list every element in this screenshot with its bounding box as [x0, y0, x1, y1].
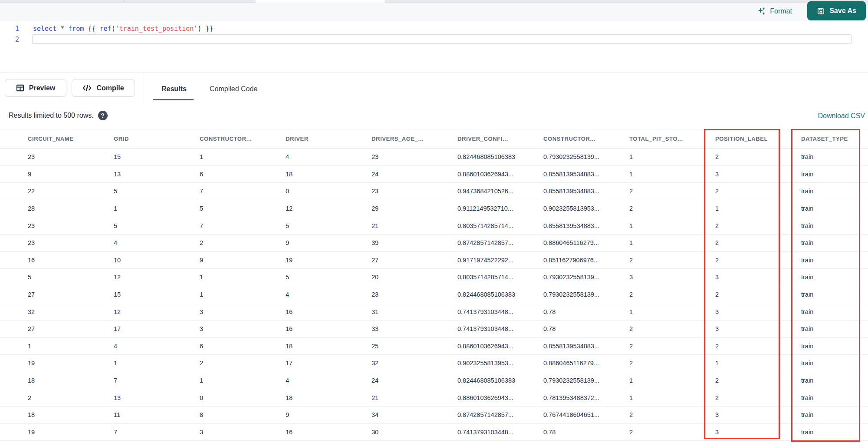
table-cell: 15 [114, 291, 200, 298]
table-cell: 24 [372, 171, 457, 178]
results-limit-text: Results limited to 500 rows. [9, 112, 94, 119]
table-cell: 0.7930232558139... [543, 291, 629, 298]
ide-page: Format Save As 1 select * from {{ ref('t… [0, 0, 868, 443]
column-header[interactable]: POSITION_LABEL [715, 136, 801, 142]
table-cell: 2 [715, 343, 801, 350]
sql-code[interactable]: select * from {{ ref('train_test_positio… [33, 23, 213, 34]
table-row: 191217320.9023255813953...0.886046511627… [0, 355, 868, 372]
results-limit-info: Results limited to 500 rows. ? [9, 111, 108, 120]
table-cell: 3 [200, 429, 286, 436]
column-header[interactable]: TOTAL_PIT_STO... [629, 136, 715, 142]
table-cell: 0.78 [543, 429, 629, 436]
column-header[interactable]: DRIVER_CONFI... [457, 136, 543, 142]
table-cell: 5 [286, 274, 372, 281]
table-cell: 0.8860103626943... [457, 171, 543, 178]
results-bar: Results limited to 500 rows. ? Download … [0, 104, 868, 129]
column-header[interactable]: CIRCUIT_NAME [28, 136, 114, 142]
table-cell: 1 [715, 205, 801, 212]
table-row: 3212316310.7413793103448...0.7813train [0, 303, 868, 321]
code-token: select [33, 25, 56, 33]
table-cell: 2 [629, 360, 715, 367]
table-cell: 1 [715, 360, 801, 367]
code-line-1[interactable]: 1 select * from {{ ref('train_test_posit… [0, 23, 868, 34]
preview-button[interactable]: Preview [5, 79, 66, 97]
table-cell: train [801, 429, 868, 436]
column-header[interactable]: DRIVER [286, 136, 372, 142]
table-cell: train [801, 377, 868, 384]
format-button[interactable]: Format [757, 7, 792, 16]
table-cell: 1 [629, 394, 715, 401]
table-cell: train [801, 291, 868, 298]
table-cell: 21 [372, 394, 457, 401]
sql-editor[interactable]: 1 select * from {{ ref('train_test_posit… [0, 21, 868, 73]
help-icon[interactable]: ? [98, 111, 108, 120]
table-row: 271514230.8244680851063830.7930232558139… [0, 286, 868, 304]
table-cell: 20 [372, 274, 457, 281]
table-cell: 0.9023255813953... [543, 205, 629, 212]
table-cell: 2 [715, 394, 801, 401]
table-cell: 4 [114, 239, 200, 246]
table-cell: train [801, 308, 868, 315]
table-cell: 22 [28, 188, 114, 195]
table-cell: 7 [114, 377, 200, 384]
table-cell: 33 [372, 325, 457, 332]
table-row: 913618240.8860103626943...0.855813953488… [0, 166, 868, 183]
table-cell: 0.7413793103448... [457, 429, 543, 436]
table-cell: 0.7930232558139... [543, 153, 629, 160]
table-cell: train [801, 188, 868, 195]
code-line-2-cursor-box[interactable] [32, 34, 852, 44]
table-cell: 1 [629, 222, 715, 229]
column-header[interactable]: DATASET_TYPE [801, 136, 868, 142]
code-token: from [68, 25, 84, 33]
table-row: 213018210.8860103626943...0.781395348837… [0, 389, 868, 407]
editor-header: Format [0, 3, 868, 21]
column-header[interactable]: CONSTRUCTOR... [543, 136, 629, 142]
compile-button[interactable]: Compile [72, 79, 135, 97]
table-cell: train [801, 239, 868, 246]
code-token: ( [112, 25, 115, 33]
format-label: Format [770, 7, 792, 15]
table-cell: 27 [28, 291, 114, 298]
table-cell: 1 [200, 153, 286, 160]
table-cell: train [801, 205, 868, 212]
table-cell: 3 [715, 308, 801, 315]
table-cell: 0.824468085106383 [457, 377, 543, 384]
code-token: ) }} [197, 25, 213, 33]
line-number-1: 1 [0, 23, 19, 34]
table-cell: 5 [28, 274, 114, 281]
table-cell: 0.8558139534883... [543, 171, 629, 178]
table-row: 231514230.8244680851063830.7930232558139… [0, 149, 868, 166]
table-cell: train [801, 411, 868, 418]
table-cell: 3 [715, 274, 801, 281]
column-header[interactable]: GRID [114, 136, 200, 142]
table-cell: 2 [715, 153, 801, 160]
save-as-button[interactable]: Save As [807, 1, 866, 20]
table-cell: 4 [286, 377, 372, 384]
table-cell: 1 [114, 205, 200, 212]
download-csv-link[interactable]: Download CSV [818, 112, 865, 120]
table-cell: 9 [28, 171, 114, 178]
tab-compiled-code[interactable]: Compiled Code [210, 73, 257, 105]
table-cell: train [801, 153, 868, 160]
table-cell: 21 [372, 222, 457, 229]
table-cell: 9 [200, 257, 286, 264]
table-cell: 0.8742857142857... [457, 239, 543, 246]
table-cell: 39 [372, 239, 457, 246]
table-cell: 19 [286, 257, 372, 264]
column-header[interactable]: DRIVERS_AGE_... [372, 136, 457, 142]
table-cell: 23 [372, 188, 457, 195]
table-cell: 3 [715, 325, 801, 332]
table-cell: 23 [28, 222, 114, 229]
table-row: 22570230.9473684210526...0.8558139534883… [0, 183, 868, 200]
floppy-disk-icon [817, 7, 825, 15]
table-cell: train [801, 171, 868, 178]
table-cell: 8 [200, 411, 286, 418]
table-cell: 2 [629, 257, 715, 264]
results-toolbar: Preview Compile Results Compiled Code [0, 73, 868, 104]
table-cell: 5 [286, 222, 372, 229]
table-cell: 1 [200, 274, 286, 281]
table-cell: 6 [200, 171, 286, 178]
column-header[interactable]: CONSTRUCTOR... [200, 136, 286, 142]
table-cell: 3 [200, 325, 286, 332]
table-cell: 0.8860465116279... [543, 360, 629, 367]
